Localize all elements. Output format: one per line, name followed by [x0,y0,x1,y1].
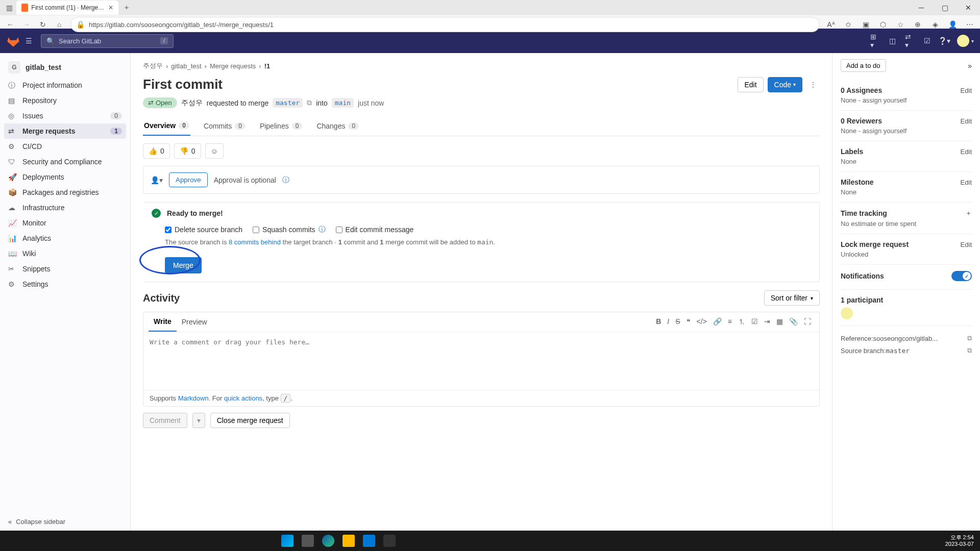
tab-changes[interactable]: Changes0 [315,116,360,136]
user-menu[interactable]: ▾ [957,35,974,47]
ul-icon[interactable]: ≡ [728,317,732,327]
thumbs-up-button[interactable]: 👍 0 [143,143,170,159]
back-button[interactable]: ← [5,19,15,30]
indent-icon[interactable]: ⇥ [764,317,770,327]
merge-requests-icon[interactable]: ⇄ ▾ [905,36,914,45]
comment-textarea[interactable] [143,332,819,388]
sidebar-item-snippets[interactable]: ✂Snippets [0,261,130,277]
sidebar-item-merge-requests[interactable]: ⇄Merge requests1 [4,123,126,139]
comment-dropdown[interactable]: ▾ [192,413,205,428]
edit-assignees[interactable]: Edit [961,87,972,94]
edit-reviewers[interactable]: Edit [961,117,972,125]
link-icon[interactable]: 🔗 [713,317,722,327]
sidebar-item-wiki[interactable]: 📖Wiki [0,246,130,261]
markdown-link[interactable]: Markdown [178,394,209,402]
sidebar-item-analytics[interactable]: 📊Analytics [0,231,130,246]
tab-actions-icon[interactable]: ▥ [4,3,14,13]
preview-tab[interactable]: Preview [177,313,212,331]
favorites-bar-icon[interactable]: ☆ [895,19,905,30]
vscode-icon[interactable] [363,535,375,547]
notifications-toggle[interactable] [951,271,972,281]
delete-branch-checkbox[interactable]: Delete source branch [165,226,242,234]
comment-button[interactable]: Comment [143,413,187,428]
explorer-icon[interactable] [342,535,355,547]
write-tab[interactable]: Write [149,312,177,332]
profile-icon[interactable]: 👤 [947,19,958,30]
add-time-icon[interactable]: ＋ [965,209,972,218]
crumb-mrs[interactable]: Merge requests [210,62,256,70]
bold-icon[interactable]: B [656,317,661,327]
close-mr-button[interactable]: Close merge request [210,413,290,428]
performance-icon[interactable]: ◈ [930,19,940,30]
edit-lock[interactable]: Edit [961,241,972,248]
sidebar-item-cicd[interactable]: ⚙CI/CD [0,139,130,154]
strike-icon[interactable]: S [675,317,680,327]
home-button[interactable]: ⌂ [54,19,64,30]
new-tab-button[interactable]: ＋ [120,2,133,14]
ol-icon[interactable]: ⒈ [738,317,745,327]
search-input[interactable]: 🔍 Search GitLab / [41,34,174,48]
favorite-icon[interactable]: ✩ [843,19,853,30]
italic-icon[interactable]: I [667,317,669,327]
tab-pipelines[interactable]: Pipelines0 [259,116,304,136]
address-bar[interactable]: 🔒 https://gitlab.com/sooseongcom/gitlab_… [70,17,820,32]
terminal-icon[interactable] [383,535,396,547]
source-branch[interactable]: master [273,98,303,108]
maximize-button[interactable]: ▢ [933,0,957,15]
gitlab-logo-icon[interactable] [6,34,20,48]
commits-behind-link[interactable]: 8 commits behind [229,238,281,246]
attach-icon[interactable]: 📎 [789,317,798,327]
sidebar-item-infrastructure[interactable]: ☁Infrastructure [0,200,130,215]
sidebar-item-issues[interactable]: ◎Issues0 [0,108,130,123]
code-icon[interactable]: </> [697,317,707,327]
quote-icon[interactable]: ❝ [687,317,691,327]
text-size-icon[interactable]: Aᴬ [826,19,836,30]
thumbs-down-button[interactable]: 👎 0 [174,143,201,159]
quick-actions-link[interactable]: quick actions [224,394,262,402]
help-icon[interactable]: ⓘ [282,176,289,185]
task-view-icon[interactable] [302,535,314,547]
edit-commit-checkbox[interactable]: Edit commit message [336,226,414,234]
close-window-button[interactable]: ✕ [957,0,980,15]
project-header[interactable]: G gitlab_test [0,57,130,78]
browser-tab[interactable]: First commit (!1) · Merge request ✕ [16,1,118,15]
crumb-project[interactable]: gitlab_test [171,62,201,70]
copy-reference-icon[interactable]: ⧉ [967,334,972,342]
target-branch[interactable]: main [332,98,354,108]
add-reaction-button[interactable]: ☺ [205,143,224,159]
collapse-sidebar-button[interactable]: « Collapse sidebar [8,518,65,525]
copy-branch-icon[interactable]: ⧉ [307,98,312,107]
sidebar-item-deployments[interactable]: 🚀Deployments [0,169,130,185]
edge-icon[interactable] [322,535,334,547]
table-icon[interactable]: ▦ [776,317,783,327]
edit-button[interactable]: Edit [738,77,763,92]
downloads-icon[interactable]: ⊕ [913,19,923,30]
kebab-icon[interactable]: ⋮ [806,81,820,89]
system-tray[interactable]: 오후 2:54 2023-03-07 [945,534,974,547]
tab-commits[interactable]: Commits0 [203,116,247,136]
author-name[interactable]: 주성우 [181,98,203,108]
start-icon[interactable] [281,535,293,547]
squash-checkbox[interactable]: Squash commits ⓘ [253,225,325,234]
plus-dropdown-icon[interactable]: ⊞ ▾ [870,36,879,45]
refresh-button[interactable]: ↻ [38,19,48,30]
reviewers-body[interactable]: None - assign yourself [841,127,972,135]
sidebar-item-packages[interactable]: 📦Packages and registries [0,185,130,200]
close-tab-icon[interactable]: ✕ [108,4,113,11]
forward-button[interactable]: → [21,19,32,30]
collections-icon[interactable]: ▣ [861,19,871,30]
sidebar-item-settings[interactable]: ⚙Settings [0,277,130,292]
copy-branch-icon[interactable]: ⧉ [967,346,972,355]
todos-icon[interactable]: ☑ [922,36,932,45]
merge-button[interactable]: Merge [165,257,202,273]
sidebar-item-security[interactable]: 🛡Security and Compliance [0,154,130,169]
code-button[interactable]: Code ▾ [768,77,802,92]
sort-filter-button[interactable]: Sort or filter ▾ [764,290,820,306]
hamburger-icon[interactable]: ☰ [26,37,36,45]
add-todo-button[interactable]: Add a to do [841,59,886,72]
sidebar-item-repository[interactable]: ▤Repository [0,93,130,108]
edit-milestone[interactable]: Edit [961,179,972,186]
participant-avatar[interactable] [841,307,853,319]
task-icon[interactable]: ☑ [751,317,758,327]
expand-sidebar-icon[interactable]: » [968,62,972,70]
